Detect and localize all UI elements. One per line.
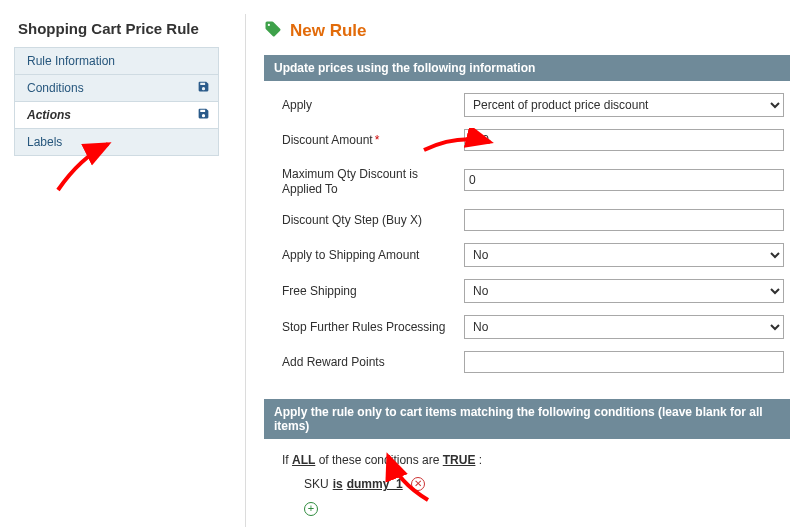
panel-title: Update prices using the following inform… xyxy=(264,55,790,81)
label-stop-rules: Stop Further Rules Processing xyxy=(264,320,464,335)
tab-conditions[interactable]: Conditions xyxy=(14,75,219,102)
page-title: New Rule xyxy=(290,21,367,41)
save-icon xyxy=(196,80,210,96)
input-discount-amount[interactable] xyxy=(464,129,784,151)
select-free-shipping[interactable]: No xyxy=(464,279,784,303)
panel-update-prices: Update prices using the following inform… xyxy=(264,55,790,381)
label-reward-points: Add Reward Points xyxy=(264,355,464,370)
bool-link[interactable]: TRUE xyxy=(443,453,476,467)
input-reward-points[interactable] xyxy=(464,351,784,373)
tab-labels[interactable]: Labels xyxy=(14,129,219,156)
save-icon xyxy=(196,107,210,123)
page-header: New Rule xyxy=(264,16,790,55)
main: New Rule Update prices using the followi… xyxy=(264,14,790,527)
tag-icon xyxy=(264,20,282,41)
select-apply-shipping[interactable]: No xyxy=(464,243,784,267)
sidebar-title: Shopping Cart Price Rule xyxy=(14,14,219,47)
tab-rule-information[interactable]: Rule Information xyxy=(14,48,219,75)
tab-list: Rule Information Conditions Actions Labe… xyxy=(14,47,219,156)
aggregator-link[interactable]: ALL xyxy=(292,453,315,467)
select-stop-rules[interactable]: No xyxy=(464,315,784,339)
rule-operator[interactable]: is xyxy=(333,477,343,491)
rule-attribute[interactable]: SKU xyxy=(304,477,329,491)
sidebar: Shopping Cart Price Rule Rule Informatio… xyxy=(14,14,219,527)
label-apply-shipping: Apply to Shipping Amount xyxy=(264,248,464,263)
add-condition-icon[interactable]: + xyxy=(304,502,318,516)
panel-title: Apply the rule only to cart items matchi… xyxy=(264,399,790,439)
tab-label: Rule Information xyxy=(27,53,115,69)
label-qty-step: Discount Qty Step (Buy X) xyxy=(264,213,464,228)
tab-label: Conditions xyxy=(27,80,84,96)
vertical-divider xyxy=(245,14,246,527)
delete-condition-icon[interactable]: ✕ xyxy=(411,477,425,491)
label-max-qty: Maximum Qty Discount is Applied To xyxy=(264,163,464,197)
select-apply[interactable]: Percent of product price discount xyxy=(464,93,784,117)
tab-label: Labels xyxy=(27,134,62,150)
label-apply: Apply xyxy=(264,98,464,113)
tab-actions[interactable]: Actions xyxy=(14,102,219,129)
label-discount-amount: Discount Amount* xyxy=(264,133,464,148)
tab-label: Actions xyxy=(27,107,71,123)
condition-aggregate-sentence: If ALL of these conditions are TRUE : xyxy=(264,445,786,473)
condition-rule-row: SKU is dummy_1 ✕ xyxy=(264,473,786,495)
label-free-shipping: Free Shipping xyxy=(264,284,464,299)
input-qty-step[interactable] xyxy=(464,209,784,231)
rule-value[interactable]: dummy_1 xyxy=(347,477,403,491)
panel-conditions: Apply the rule only to cart items matchi… xyxy=(264,399,790,526)
input-max-qty[interactable] xyxy=(464,169,784,191)
